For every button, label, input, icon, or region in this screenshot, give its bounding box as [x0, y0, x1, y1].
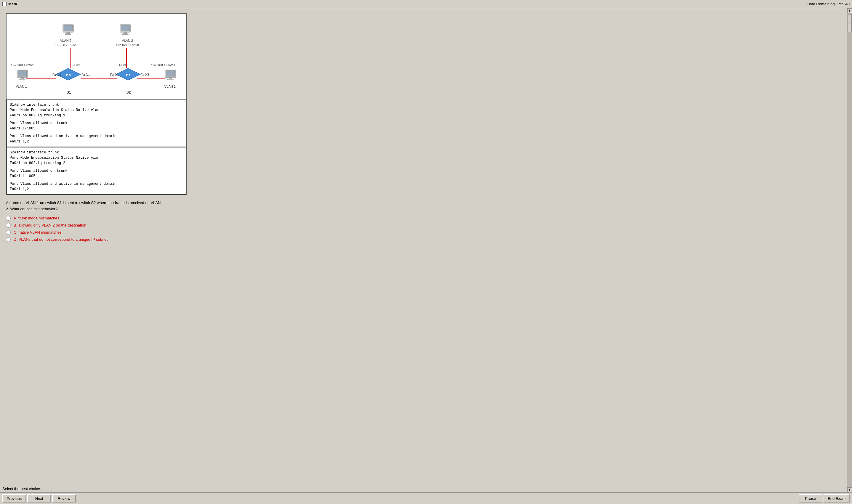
- bottom-bar: Previous Next Review Pause End Exam: [0, 492, 852, 504]
- s1-vlans-allowed-header: Port Vlans allowed on trunk Fa0/1 1-1005: [10, 121, 183, 131]
- radio-c[interactable]: [6, 230, 11, 235]
- scrollbar[interactable]: ▲ ▼: [847, 8, 852, 492]
- option-d-label: D. VLANs that do not correspond to a uni…: [14, 237, 108, 241]
- pause-button[interactable]: Pause: [799, 494, 822, 503]
- svg-text:192.168.2.172/28: 192.168.2.172/28: [116, 43, 139, 47]
- mark-label: Mark: [8, 2, 17, 6]
- s2-config: S2#show interface trunk Port Mode Encaps…: [6, 147, 186, 195]
- svg-rect-7: [67, 32, 70, 34]
- svg-text:Fa 0/1: Fa 0/1: [82, 73, 90, 76]
- svg-rect-13: [122, 34, 128, 35]
- s1-config-headers: Port Mode Encapsulation Status Native vl…: [10, 108, 183, 113]
- svg-text:Fa 0/3: Fa 0/3: [52, 73, 61, 76]
- svg-rect-18: [19, 79, 25, 80]
- s2-vlans-allowed-header: Port Vlans allowed on trunk Fa0/1 1-1005: [10, 168, 183, 179]
- option-a-label: A. trunk mode mismatches: [14, 216, 59, 220]
- s1-config: S1#show interface trunk Port Mode Encaps…: [6, 100, 186, 147]
- svg-rect-11: [121, 25, 130, 31]
- svg-text:Fa 0/2: Fa 0/2: [119, 64, 128, 67]
- s1-config-row1: Fa0/1 on 802.1q trunking 1: [10, 113, 183, 118]
- s1-active-header: Port Vlans allowed and active in managem…: [10, 133, 183, 144]
- radio-b[interactable]: [6, 223, 11, 228]
- network-svg: VLAN 2 192.168.2.190/28 VLAN 2 192.168.2…: [6, 14, 187, 100]
- pc-vlan2-left-icon: [63, 24, 73, 35]
- scrollbar-thumb[interactable]: [848, 14, 852, 32]
- title-bar: Mark Time Remaining: 1:59:40: [0, 0, 852, 8]
- pc-vlan2-right-icon: [120, 24, 131, 35]
- option-a[interactable]: A. trunk mode mismatches: [6, 216, 843, 221]
- svg-text:Fa 0/2: Fa 0/2: [72, 64, 80, 67]
- svg-rect-20: [166, 71, 175, 76]
- svg-rect-12: [124, 32, 127, 34]
- options: A. trunk mode mismatches B. allowing onl…: [6, 216, 843, 242]
- svg-rect-21: [169, 77, 172, 79]
- svg-text:Fa 0/3: Fa 0/3: [141, 73, 149, 76]
- option-c[interactable]: C. native VLAN mismatches: [6, 230, 843, 235]
- scrollbar-up-button[interactable]: ▲: [847, 8, 852, 13]
- svg-rect-8: [65, 34, 71, 35]
- nav-buttons-left: Previous Next Review: [2, 494, 76, 503]
- svg-text:192.168.1.86/29: 192.168.1.86/29: [151, 64, 175, 67]
- svg-text:192.168.2.190/28: 192.168.2.190/28: [54, 43, 77, 47]
- svg-rect-6: [64, 25, 73, 31]
- svg-rect-17: [21, 77, 24, 79]
- nav-buttons-right: Pause End Exam: [799, 494, 850, 503]
- svg-text:Fa 0/1: Fa 0/1: [110, 73, 119, 76]
- scrollbar-down-button[interactable]: ▼: [847, 487, 852, 492]
- svg-rect-16: [18, 71, 26, 76]
- next-button[interactable]: Next: [27, 494, 51, 503]
- timer: Time Remaining: 1:59:40: [807, 2, 850, 6]
- question-text: A frame on VLAN 1 on switch S1 is sent t…: [6, 200, 243, 212]
- end-exam-button[interactable]: End Exam: [823, 494, 850, 503]
- option-d[interactable]: D. VLANs that do not correspond to a uni…: [6, 237, 843, 242]
- main-content: VLAN 2 192.168.2.190/28 VLAN 2 192.168.2…: [0, 8, 852, 492]
- s1-config-title: S1#show interface trunk: [10, 102, 183, 108]
- s2-label: S2: [126, 90, 131, 94]
- s2-active-header: Port Vlans allowed and active in managem…: [10, 181, 183, 192]
- switch-s2: ▶◀: [116, 68, 140, 80]
- title-bar-left: Mark: [2, 2, 17, 6]
- diagram-box: VLAN 2 192.168.2.190/28 VLAN 2 192.168.2…: [6, 13, 187, 195]
- svg-text:▶◀: ▶◀: [66, 73, 71, 76]
- svg-rect-22: [167, 79, 173, 80]
- select-best-choice: Select the best choice.: [2, 487, 41, 491]
- option-c-label: C. native VLAN mismatches: [14, 230, 61, 235]
- network-diagram: VLAN 2 192.168.2.190/28 VLAN 2 192.168.2…: [6, 14, 187, 100]
- previous-button[interactable]: Previous: [2, 494, 26, 503]
- radio-d[interactable]: [6, 237, 11, 242]
- svg-text:▶◀: ▶◀: [126, 73, 130, 76]
- vlan1-left-label: VLAN 1: [16, 85, 27, 88]
- s2-config-row1: Fa0/1 on 802.1q trunking 2: [10, 161, 183, 166]
- option-b-label: B. allowing only VLAN 2 on the destinati…: [14, 223, 86, 228]
- s2-config-headers: Port Mode Encapsulation Status Native vl…: [10, 155, 183, 161]
- mark-checkbox[interactable]: [2, 2, 6, 6]
- pc-vlan1-right-icon: [165, 70, 176, 80]
- radio-a[interactable]: [6, 216, 11, 221]
- scrollbar-grip: [848, 22, 851, 24]
- review-button[interactable]: Review: [52, 494, 76, 503]
- vlan2-left-label: VLAN 2: [60, 39, 71, 42]
- svg-text:192.168.1.82/29: 192.168.1.82/29: [11, 64, 35, 67]
- vlan1-right-label: VLAN 1: [164, 85, 176, 88]
- s1-label: S1: [67, 90, 71, 94]
- scrollbar-track: [847, 13, 852, 487]
- vlan2-right-label: VLAN 2: [122, 39, 133, 42]
- s2-config-title: S2#show interface trunk: [10, 150, 183, 155]
- option-b[interactable]: B. allowing only VLAN 2 on the destinati…: [6, 223, 843, 228]
